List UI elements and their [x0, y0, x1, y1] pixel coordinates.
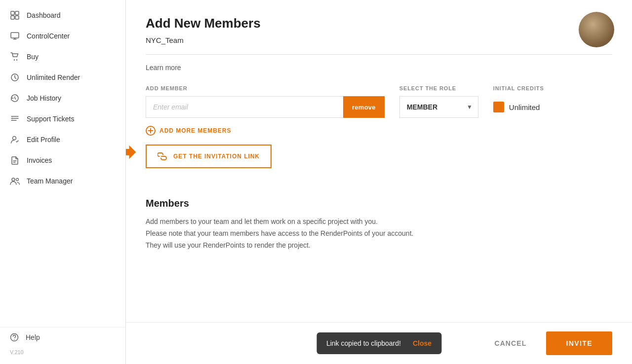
- document-icon: [10, 155, 20, 165]
- sidebar-item-job-history[interactable]: Job History: [0, 88, 125, 109]
- svg-point-12: [13, 137, 16, 140]
- sidebar-item-invoices[interactable]: Invoices: [0, 150, 125, 171]
- get-invitation-link-button[interactable]: GET THE INVITATION LINK: [146, 145, 272, 168]
- svg-rect-0: [11, 11, 14, 15]
- members-desc-line2: Please note that your team members have …: [146, 228, 612, 240]
- sidebar-item-edit-profile[interactable]: Edit Profile: [0, 129, 125, 150]
- svg-point-6: [16, 59, 17, 60]
- svg-rect-1: [15, 11, 19, 15]
- members-title: Members: [146, 198, 612, 209]
- sidebar-item-job-history-label: Job History: [27, 94, 61, 102]
- toast-notification: Link copied to clipboard! Close: [316, 332, 441, 354]
- sidebar-item-dashboard[interactable]: Dashboard: [0, 5, 125, 26]
- sidebar-item-dashboard-label: Dashboard: [27, 11, 61, 19]
- right-arrow-icon: ➡: [126, 138, 137, 165]
- form-row: ADD MEMBER remove SELECT THE ROLE MEMBER…: [146, 85, 612, 118]
- clock-refresh-icon: [10, 73, 20, 82]
- email-input[interactable]: [146, 96, 343, 118]
- sidebar-item-help[interactable]: Help: [0, 327, 125, 347]
- credits-text: Unlimited: [509, 103, 540, 111]
- sidebar-item-unlimited-render-label: Unlimited Render: [27, 73, 80, 81]
- credits-value-display: Unlimited: [493, 96, 544, 118]
- sidebar-item-team-manager-label: Team Manager: [27, 177, 73, 185]
- history-icon: [10, 93, 20, 103]
- main-content-area: Add New Members NYC_Team Learn more ADD …: [126, 0, 632, 322]
- cart-icon: [10, 52, 20, 62]
- help-icon: [10, 333, 19, 342]
- members-section: Members Add members to your team and let…: [146, 198, 612, 251]
- sidebar: Dashboard ControlCenter Buy Unli: [0, 0, 126, 364]
- initial-credits-group: INITIAL CREDITS Unlimited: [493, 85, 544, 118]
- sidebar-item-buy[interactable]: Buy: [0, 46, 125, 67]
- toast-message: Link copied to clipboard!: [326, 339, 401, 347]
- footer-bar: Link copied to clipboard! Close CANCEL I…: [126, 322, 632, 364]
- sidebar-item-support-tickets-label: Support Tickets: [27, 115, 75, 123]
- list-icon: [10, 114, 20, 124]
- svg-point-5: [14, 59, 15, 60]
- role-select[interactable]: MEMBER ADMIN: [399, 96, 478, 118]
- role-select-wrapper: MEMBER ADMIN ▼: [399, 96, 478, 118]
- sidebar-help-label: Help: [26, 333, 40, 341]
- svg-rect-4: [11, 33, 19, 38]
- team-name: NYC_Team: [146, 36, 612, 44]
- team-icon: [10, 176, 20, 186]
- sidebar-item-controlcenter-label: ControlCenter: [27, 32, 70, 40]
- add-member-group: ADD MEMBER remove: [146, 85, 385, 118]
- sidebar-item-buy-label: Buy: [27, 53, 39, 61]
- email-input-group: remove: [146, 96, 385, 118]
- main-content: Add New Members NYC_Team Learn more ADD …: [126, 0, 632, 364]
- select-role-label: SELECT THE ROLE: [399, 85, 478, 91]
- toast-close-button[interactable]: Close: [413, 339, 432, 347]
- sidebar-item-support-tickets[interactable]: Support Tickets: [0, 109, 125, 129]
- page-title: Add New Members: [146, 16, 612, 31]
- plus-circle-icon: [146, 126, 156, 136]
- invite-button[interactable]: INVITE: [546, 331, 612, 355]
- remove-button[interactable]: remove: [343, 96, 385, 118]
- svg-point-15: [12, 178, 15, 181]
- avatar: [579, 12, 614, 47]
- sidebar-item-control-center[interactable]: ControlCenter: [0, 26, 125, 46]
- add-more-members-link[interactable]: ADD MORE MEMBERS: [146, 126, 612, 136]
- sidebar-item-unlimited-render[interactable]: Unlimited Render: [0, 67, 125, 88]
- initial-credits-label: INITIAL CREDITS: [493, 85, 544, 91]
- credits-color-swatch: [493, 102, 504, 112]
- link-icon: [158, 152, 168, 160]
- sidebar-item-invoices-label: Invoices: [27, 156, 52, 164]
- add-invite-section: ➡ ADD MORE MEMBERS: [146, 126, 612, 184]
- sidebar-item-edit-profile-label: Edit Profile: [27, 136, 60, 144]
- invitation-link-label: GET THE INVITATION LINK: [173, 153, 260, 160]
- person-edit-icon: [10, 135, 20, 145]
- monitor-icon: [10, 31, 20, 41]
- sidebar-item-team-manager[interactable]: Team Manager: [0, 171, 125, 191]
- svg-rect-3: [15, 16, 19, 19]
- sidebar-version: V.210: [0, 347, 125, 359]
- members-desc-line3: They will use your RenderPoints to rende…: [146, 240, 612, 252]
- svg-rect-2: [11, 16, 14, 19]
- grid-icon: [10, 10, 20, 20]
- cancel-button[interactable]: CANCEL: [484, 333, 536, 353]
- svg-point-18: [14, 339, 15, 340]
- members-desc-line1: Add members to your team and let them wo…: [146, 216, 612, 228]
- select-role-group: SELECT THE ROLE MEMBER ADMIN ▼: [399, 85, 478, 118]
- add-member-label: ADD MEMBER: [146, 85, 385, 91]
- learn-more-link[interactable]: Learn more: [146, 64, 612, 72]
- add-more-label: ADD MORE MEMBERS: [159, 127, 231, 134]
- arrow-indicator: ➡: [126, 138, 137, 165]
- svg-point-16: [16, 179, 19, 181]
- divider: [146, 54, 612, 55]
- avatar-image: [579, 12, 614, 47]
